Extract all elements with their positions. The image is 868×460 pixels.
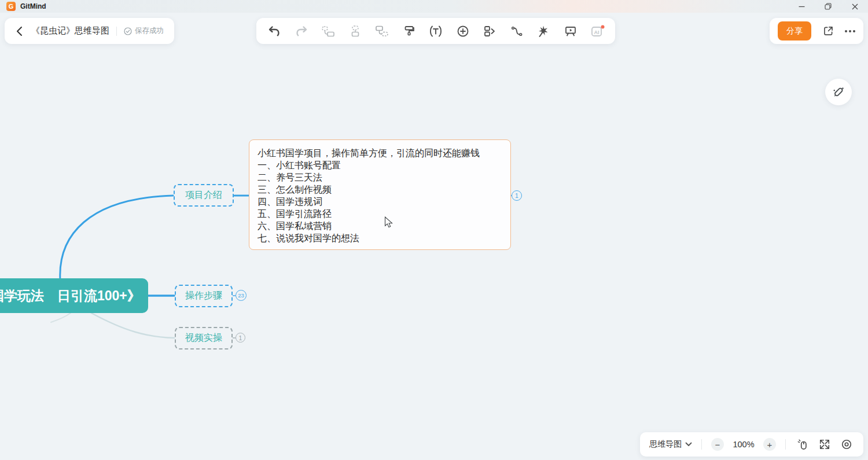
root-node-label: 国学玩法 日引流100+》 <box>0 287 141 305</box>
redo-button[interactable] <box>292 21 311 41</box>
fit-screen-icon <box>819 439 830 450</box>
zoom-out-button[interactable]: − <box>711 438 724 451</box>
titlebar: G GitMind <box>0 0 868 13</box>
ai-notification-dot <box>601 25 605 28</box>
app-name: GitMind <box>20 2 46 10</box>
insert-child-node-button[interactable] <box>372 21 392 41</box>
back-chevron-icon <box>15 26 24 36</box>
back-button[interactable] <box>15 26 24 36</box>
insert-node-icon <box>456 24 470 38</box>
insert-node-button[interactable] <box>453 21 473 41</box>
insert-sibling-node-button[interactable] <box>345 21 365 41</box>
detail-line: 一、小红书账号配置 <box>258 159 502 171</box>
detail-line: 四、国学违规词 <box>258 196 502 208</box>
more-menu-button[interactable] <box>845 30 855 32</box>
collapse-count-badge[interactable]: 23 <box>236 290 247 301</box>
detail-line: 二、养号三天法 <box>258 171 502 183</box>
beautify-icon <box>536 24 550 38</box>
export-icon <box>822 25 834 37</box>
detail-line: 七、说说我对国学的想法 <box>258 232 502 244</box>
saved-check-icon <box>124 27 132 35</box>
detail-line: 小红书国学项目，操作简单方便，引流的同时还能赚钱 <box>258 147 502 159</box>
branch-node-label: 项目介绍 <box>185 189 222 201</box>
save-status: 保存成功 <box>135 26 164 36</box>
preview-button[interactable] <box>839 437 854 452</box>
minimize-button[interactable] <box>788 0 815 13</box>
minimize-icon <box>799 3 805 10</box>
collapse-count-badge[interactable]: 1 <box>512 190 522 201</box>
branch-node-video[interactable]: 视频实操 <box>175 327 233 349</box>
document-title[interactable]: 《昆虫记》思维导图 <box>31 25 109 36</box>
magic-wand-icon <box>831 84 846 100</box>
branch-node-steps[interactable]: 操作步骤 <box>175 285 233 307</box>
divider <box>785 439 786 450</box>
divider <box>116 27 117 36</box>
zoom-in-button[interactable]: + <box>763 438 776 451</box>
format-painter-button[interactable] <box>399 21 419 41</box>
document-header-panel: 《昆虫记》思维导图 保存成功 <box>5 18 174 44</box>
mouse-icon <box>797 439 808 450</box>
outline-icon <box>483 24 496 38</box>
insert-sibling-node-icon <box>348 24 362 38</box>
main-toolbar: AI <box>256 18 615 44</box>
close-button[interactable] <box>841 0 868 13</box>
outline-button[interactable] <box>480 21 499 41</box>
eye-icon <box>841 439 852 450</box>
connector-root-to-video <box>91 313 174 338</box>
view-mode-label: 思维导图 <box>649 439 682 450</box>
summary-button[interactable] <box>426 21 446 41</box>
close-icon <box>852 3 858 10</box>
root-node[interactable]: 国学玩法 日引流100+》 <box>0 278 148 313</box>
detail-line: 六、国学私域营销 <box>258 220 502 232</box>
share-panel: 分享 <box>770 18 863 44</box>
svg-text:AI: AI <box>594 29 599 35</box>
connector-root-to-intro <box>60 196 173 280</box>
divider <box>701 439 702 450</box>
ai-assistant-button[interactable]: AI <box>587 21 607 41</box>
detail-line: 三、怎么制作视频 <box>258 183 502 196</box>
presentation-icon <box>564 24 578 38</box>
undo-button[interactable] <box>264 21 284 41</box>
format-painter-icon <box>402 24 416 38</box>
branch-node-label: 操作步骤 <box>185 290 222 302</box>
branch-node-label: 视频实操 <box>185 332 222 344</box>
restore-button[interactable] <box>815 0 841 13</box>
redo-icon <box>295 24 308 38</box>
mouse-cursor <box>384 216 393 229</box>
presentation-button[interactable] <box>561 21 580 41</box>
fit-screen-button[interactable] <box>817 437 832 452</box>
connector-root-stub <box>51 313 71 322</box>
summary-icon <box>428 24 443 38</box>
view-mode-dropdown[interactable]: 思维导图 <box>649 439 692 450</box>
relation-line-button[interactable] <box>507 21 527 41</box>
undo-icon <box>267 24 281 38</box>
branch-node-intro[interactable]: 项目介绍 <box>174 184 234 207</box>
insert-child-node-icon <box>374 24 389 38</box>
insert-parent-node-button[interactable] <box>318 21 338 41</box>
gitmind-logo-icon: G <box>6 2 16 11</box>
drag-mode-button[interactable] <box>795 437 810 452</box>
share-button[interactable]: 分享 <box>778 21 811 41</box>
detail-text-node[interactable]: 小红书国学项目，操作简单方便，引流的同时还能赚钱 一、小红书账号配置 二、养号三… <box>249 139 511 250</box>
zoom-level[interactable]: 100% <box>731 440 756 449</box>
view-statusbar: 思维导图 − 100% + <box>640 432 863 457</box>
insert-parent-node-icon <box>321 24 336 38</box>
chevron-down-icon <box>685 442 692 447</box>
restore-icon <box>825 3 832 10</box>
collapse-count-badge[interactable]: 1 <box>236 333 245 343</box>
beautify-button[interactable] <box>534 21 553 41</box>
ai-assistant-icon: AI <box>590 24 605 38</box>
detail-line: 五、国学引流路径 <box>258 208 502 220</box>
sticker-beautify-button[interactable] <box>825 79 852 105</box>
relation-line-icon <box>510 24 524 38</box>
export-button[interactable] <box>821 24 836 39</box>
